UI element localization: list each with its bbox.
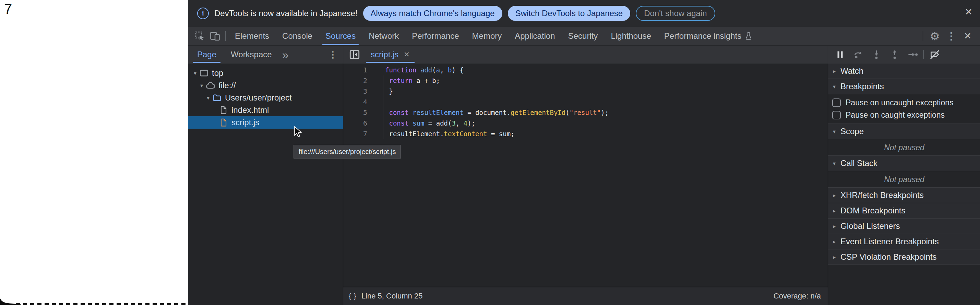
code-editor[interactable]: 1234567 function add(a, b) { return a + … xyxy=(343,64,828,287)
sources-panel: PageWorkspace » ⋮ ▾top▾file://▾Users/use… xyxy=(188,46,980,305)
section-label: CSP Violation Breakpoints xyxy=(840,252,937,262)
checkbox-pause-on-caught-exceptions[interactable]: Pause on caught exceptions xyxy=(828,109,980,121)
code-line: function add(a, b) { xyxy=(385,65,609,75)
checkbox-icon[interactable] xyxy=(832,99,841,107)
deactivate-breakpoints-button[interactable] xyxy=(926,46,943,63)
step-out-button[interactable] xyxy=(885,46,904,63)
folder-icon xyxy=(212,93,223,103)
section-label: Event Listener Breakpoints xyxy=(840,237,939,246)
section-label: Watch xyxy=(840,66,864,76)
divider xyxy=(923,50,924,59)
line-number[interactable]: 4 xyxy=(343,97,367,107)
tab-security[interactable]: Security xyxy=(562,27,605,45)
close-devtools-icon[interactable]: ✕ xyxy=(960,28,975,44)
section-label: DOM Breakpoints xyxy=(840,206,905,216)
step-over-button[interactable] xyxy=(849,46,867,63)
file-tree: ▾top▾file://▾Users/user/projectindex.htm… xyxy=(188,64,343,129)
settings-gear-icon[interactable]: ⚙ xyxy=(927,28,942,44)
checkbox-pause-on-uncaught-exceptions[interactable]: Pause on uncaught exceptions xyxy=(828,96,980,109)
more-options-kebab-icon[interactable]: ⋮ xyxy=(943,28,959,44)
browser-page: 7 xyxy=(0,0,188,305)
more-tabs-icon[interactable]: » xyxy=(282,49,289,61)
section-call-stack[interactable]: ▾Call Stack xyxy=(828,155,980,171)
infobar-message: DevTools is now available in Japanese! xyxy=(214,9,358,18)
section-csp-violation-breakpoints[interactable]: ▸CSP Violation Breakpoints xyxy=(828,249,980,265)
section-watch[interactable]: ▸Watch xyxy=(828,63,980,79)
chevron-right-icon: ▸ xyxy=(828,208,840,214)
pretty-print-icon[interactable]: { } xyxy=(349,292,356,300)
line-number[interactable]: 2 xyxy=(343,75,367,86)
editor-tab-script-js[interactable]: script.js ✕ xyxy=(365,46,415,63)
section-scope[interactable]: ▾Scope xyxy=(828,123,980,139)
navigator-kebab-icon[interactable]: ⋮ xyxy=(328,50,337,59)
main-tabs: ElementsConsoleSourcesNetworkPerformance… xyxy=(228,27,759,45)
tab-lighthouse[interactable]: Lighthouse xyxy=(604,27,657,45)
line-number[interactable]: 1 xyxy=(343,65,367,75)
pause-button[interactable] xyxy=(831,46,849,63)
chevron-down-icon[interactable]: ▾ xyxy=(192,70,199,77)
toggle-device-toolbar-button[interactable] xyxy=(207,28,223,44)
editor-status-bar: { } Line 5, Column 25 Coverage: n/a xyxy=(343,287,828,305)
always-match-chrome-language-button[interactable]: Always match Chrome's language xyxy=(363,6,502,21)
chevron-down-icon[interactable]: ▾ xyxy=(205,95,212,101)
chevron-down-icon: ▾ xyxy=(828,160,840,167)
section-xhr-fetch-breakpoints[interactable]: ▸XHR/fetch Breakpoints xyxy=(828,187,980,203)
chevron-down-icon[interactable]: ▾ xyxy=(198,82,205,89)
section-label: Global Listeners xyxy=(840,221,900,231)
line-number[interactable]: 5 xyxy=(343,107,367,118)
tree-item-label: top xyxy=(212,68,223,78)
code-line xyxy=(385,97,609,107)
tab-performance-insights[interactable]: Performance insights xyxy=(658,27,759,45)
section-breakpoints[interactable]: ▾Breakpoints xyxy=(828,78,980,94)
tab-close-icon[interactable]: ✕ xyxy=(404,51,410,58)
section-dom-breakpoints[interactable]: ▸DOM Breakpoints xyxy=(828,203,980,219)
not-paused-label: Not paused xyxy=(828,171,980,188)
tab-performance[interactable]: Performance xyxy=(405,27,465,45)
switch-devtools-to-japanese-button[interactable]: Switch DevTools to Japanese xyxy=(508,6,631,21)
line-number[interactable]: 3 xyxy=(343,86,367,97)
screen: 7 i DevTools is now available in Japanes… xyxy=(0,0,980,305)
checkbox-icon[interactable] xyxy=(832,111,841,120)
step-into-button[interactable] xyxy=(867,46,885,63)
tab-memory[interactable]: Memory xyxy=(466,27,509,45)
chevron-down-icon: ▾ xyxy=(828,83,840,90)
tab-elements[interactable]: Elements xyxy=(228,27,276,45)
step-button[interactable] xyxy=(904,46,922,63)
infobar-close-icon[interactable]: ✕ xyxy=(964,8,972,17)
line-number-gutter: 1234567 xyxy=(343,65,367,139)
tree-item-script-js[interactable]: script.js xyxy=(188,116,343,129)
file-html-icon xyxy=(218,105,229,115)
frame-icon xyxy=(199,68,210,78)
inspect-element-button[interactable] xyxy=(192,28,207,44)
navigator-tab-workspace[interactable]: Workspace xyxy=(225,46,277,63)
tab-sources[interactable]: Sources xyxy=(319,27,362,45)
tree-item-top[interactable]: ▾top xyxy=(188,67,343,79)
navigator-tab-page[interactable]: Page xyxy=(192,46,222,63)
editor-pane: script.js ✕ 1234567 function add(a, b) {… xyxy=(343,46,828,305)
editor-tab-label: script.js xyxy=(371,50,398,59)
tab-console[interactable]: Console xyxy=(276,27,319,45)
section-label: Scope xyxy=(840,126,864,136)
tree-item-index-html[interactable]: index.html xyxy=(188,104,343,116)
flask-icon xyxy=(744,32,753,40)
tree-item-label: file:// xyxy=(218,81,236,90)
section-global-listeners[interactable]: ▸Global Listeners xyxy=(828,218,980,234)
line-number[interactable]: 7 xyxy=(343,129,367,139)
section-event-listener-breakpoints[interactable]: ▸Event Listener Breakpoints xyxy=(828,234,980,249)
editor-tabbar: script.js ✕ xyxy=(343,46,828,64)
debugger-pane: ▸Watch▾BreakpointsPause on uncaught exce… xyxy=(828,46,980,305)
tab-network[interactable]: Network xyxy=(362,27,405,45)
devtools-window: i DevTools is now available in Japanese!… xyxy=(188,0,980,305)
tree-item-users-user-project[interactable]: ▾Users/user/project xyxy=(188,92,343,104)
tree-item-file[interactable]: ▾file:// xyxy=(188,79,343,92)
tab-application[interactable]: Application xyxy=(508,27,561,45)
dont-show-again-button[interactable]: Don't show again xyxy=(636,6,715,21)
chevron-right-icon: ▸ xyxy=(828,223,840,230)
not-paused-label: Not paused xyxy=(828,139,980,156)
banner-buttons: Always match Chrome's languageSwitch Dev… xyxy=(358,6,715,21)
gutter-border xyxy=(383,75,383,139)
hide-navigator-button[interactable] xyxy=(349,49,360,61)
line-number[interactable]: 6 xyxy=(343,118,367,129)
tabbar-right-controls: ⚙ ⋮ ✕ xyxy=(920,27,980,45)
debugger-sections: ▸Watch▾BreakpointsPause on uncaught exce… xyxy=(828,63,980,265)
